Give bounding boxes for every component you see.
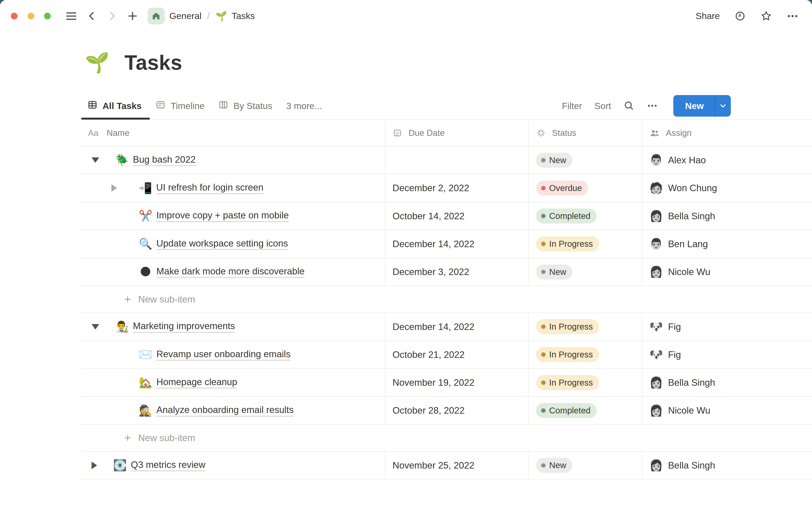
column-header-name[interactable]: Aa Name <box>81 120 385 146</box>
filter-button[interactable]: Filter <box>562 101 582 111</box>
new-button[interactable]: New <box>673 95 731 117</box>
due-date-cell[interactable]: December 2, 2022 <box>385 174 529 202</box>
assign-cell[interactable]: 👩 Bella Singh <box>642 369 812 396</box>
sort-button[interactable]: Sort <box>595 101 611 111</box>
due-date-cell[interactable] <box>385 147 529 174</box>
status-cell[interactable]: In Progress <box>529 230 642 258</box>
name-cell[interactable]: ✉️ Revamp user onboarding emails <box>81 341 385 369</box>
assign-cell[interactable]: 👩 Bella Singh <box>642 203 812 230</box>
assign-cell[interactable]: 👩 Bella Singh <box>642 452 812 479</box>
due-date-cell[interactable]: November 25, 2022 <box>385 452 529 479</box>
status-cell[interactable]: Completed <box>529 397 642 424</box>
assignee-name: Nicole Wu <box>668 267 710 277</box>
name-cell[interactable]: 🔍 Update workspace setting icons <box>81 230 385 258</box>
breadcrumb-workspace[interactable]: General <box>148 8 202 25</box>
status-dot-icon <box>541 352 546 357</box>
tab-timeline[interactable]: Timeline <box>156 100 204 112</box>
table-row: 💽 Q3 metrics review November 25, 2022 Ne… <box>81 452 812 480</box>
new-sub-item-row[interactable]: New sub-item <box>81 425 812 451</box>
name-cell[interactable]: 🏡 Homepage cleanup <box>81 369 385 396</box>
status-label: Completed <box>549 211 591 221</box>
minimize-window-button[interactable] <box>28 13 34 19</box>
assignee-name: Nicole Wu <box>668 405 710 416</box>
due-date-cell[interactable]: December 14, 2022 <box>385 313 529 341</box>
task-title-link[interactable]: Update workspace setting icons <box>156 238 288 250</box>
name-cell[interactable]: ✂️ Improve copy + paste on mobile <box>81 203 385 230</box>
name-cell[interactable]: 🪲 Bug bash 2022 <box>81 147 385 174</box>
expand-toggle-icon[interactable] <box>92 462 97 469</box>
assign-cell[interactable]: 👩 Nicole Wu <box>642 258 812 286</box>
assign-cell[interactable]: 👩 Nicole Wu <box>642 397 812 424</box>
column-header-status[interactable]: Status <box>529 120 642 146</box>
status-spark-icon <box>536 128 546 138</box>
task-title-link[interactable]: Q3 metrics review <box>131 459 206 471</box>
column-header-assign[interactable]: Assign <box>642 120 812 146</box>
due-date-cell[interactable]: October 21, 2022 <box>385 341 529 369</box>
task-title-link[interactable]: Make dark mode more discoverable <box>156 266 305 278</box>
due-date-cell[interactable]: October 28, 2022 <box>385 397 529 424</box>
task-title-link[interactable]: Revamp user onboarding emails <box>156 349 291 360</box>
task-title-link[interactable]: Homepage cleanup <box>156 377 237 389</box>
collapse-toggle-icon[interactable] <box>92 157 99 163</box>
new-page-plus-icon[interactable] <box>127 10 138 22</box>
breadcrumb-workspace-label: General <box>169 11 202 21</box>
task-title-link[interactable]: Analyze onboarding email results <box>156 404 294 416</box>
status-badge: In Progress <box>536 375 599 390</box>
assign-cell[interactable]: 🐶 Fig <box>642 313 812 341</box>
status-cell[interactable]: New <box>529 147 642 174</box>
new-button-label[interactable]: New <box>673 95 715 117</box>
chevron-down-icon[interactable] <box>715 95 730 117</box>
collapse-toggle-icon[interactable] <box>92 324 99 330</box>
status-cell[interactable]: Overdue <box>529 174 642 202</box>
status-cell[interactable]: In Progress <box>529 369 642 396</box>
status-cell[interactable]: Completed <box>529 203 642 230</box>
due-date-cell[interactable]: October 14, 2022 <box>385 203 529 230</box>
new-sub-item-button[interactable]: New sub-item <box>81 286 195 313</box>
name-cell[interactable]: 📲 UI refresh for login screen <box>81 174 385 202</box>
name-cell[interactable]: 🌑 Make dark mode more discoverable <box>81 258 385 286</box>
star-icon[interactable] <box>760 10 772 22</box>
home-icon <box>148 8 165 25</box>
due-date-cell[interactable]: December 14, 2022 <box>385 230 529 258</box>
more-tabs-button[interactable]: 3 more... <box>286 101 322 111</box>
new-moon-emoji: 🌑 <box>139 266 152 277</box>
breadcrumb-page[interactable]: 🌱 Tasks <box>215 11 255 21</box>
due-date-cell[interactable]: November 19, 2022 <box>385 369 529 396</box>
status-cell[interactable]: New <box>529 452 642 479</box>
name-cell[interactable]: 💽 Q3 metrics review <box>81 452 385 479</box>
column-header-due-date[interactable]: Due Date <box>385 120 529 146</box>
view-options-ellipsis-icon[interactable] <box>647 100 658 111</box>
assignee-avatar: 🐶 <box>649 349 663 360</box>
zoom-window-button[interactable] <box>44 13 51 19</box>
status-cell[interactable]: In Progress <box>529 313 642 341</box>
name-cell[interactable]: 👨‍🎨 Marketing improvements <box>81 313 385 341</box>
status-cell[interactable]: New <box>529 258 642 286</box>
due-date-cell[interactable]: December 3, 2022 <box>385 258 529 286</box>
assign-cell[interactable]: 🐶 Fig <box>642 341 812 369</box>
new-sub-item-button[interactable]: New sub-item <box>81 425 195 451</box>
status-cell[interactable]: In Progress <box>529 341 642 369</box>
task-title-link[interactable]: Bug bash 2022 <box>133 154 196 166</box>
assign-cell[interactable]: 👨 Ben Lang <box>642 230 812 258</box>
tab-all-tasks[interactable]: All Tasks <box>88 100 142 112</box>
task-title-link[interactable]: Improve copy + paste on mobile <box>156 210 289 222</box>
clock-icon[interactable] <box>734 10 746 22</box>
tab-by-status[interactable]: By Status <box>218 100 272 112</box>
task-title-link[interactable]: Marketing improvements <box>133 321 235 333</box>
back-chevron-icon[interactable] <box>87 11 97 21</box>
share-button[interactable]: Share <box>696 11 720 21</box>
new-sub-item-row[interactable]: New sub-item <box>81 286 812 313</box>
assign-cell[interactable]: 👨 Alex Hao <box>642 147 812 174</box>
assign-cell[interactable]: 🧑 Won Chung <box>642 174 812 202</box>
more-options-icon[interactable] <box>786 10 799 22</box>
task-title-link[interactable]: UI refresh for login screen <box>156 182 263 194</box>
name-cell[interactable]: 🕵️ Analyze onboarding email results <box>81 397 385 424</box>
forward-chevron-icon[interactable] <box>107 11 117 21</box>
status-label: In Progress <box>549 378 593 388</box>
expand-toggle-icon[interactable] <box>111 184 117 192</box>
tab-label: Timeline <box>171 101 204 111</box>
search-icon[interactable] <box>623 100 635 111</box>
hamburger-icon[interactable] <box>65 10 77 22</box>
page-icon-seedling-emoji[interactable]: 🌱 <box>85 53 109 72</box>
close-window-button[interactable] <box>11 13 17 19</box>
